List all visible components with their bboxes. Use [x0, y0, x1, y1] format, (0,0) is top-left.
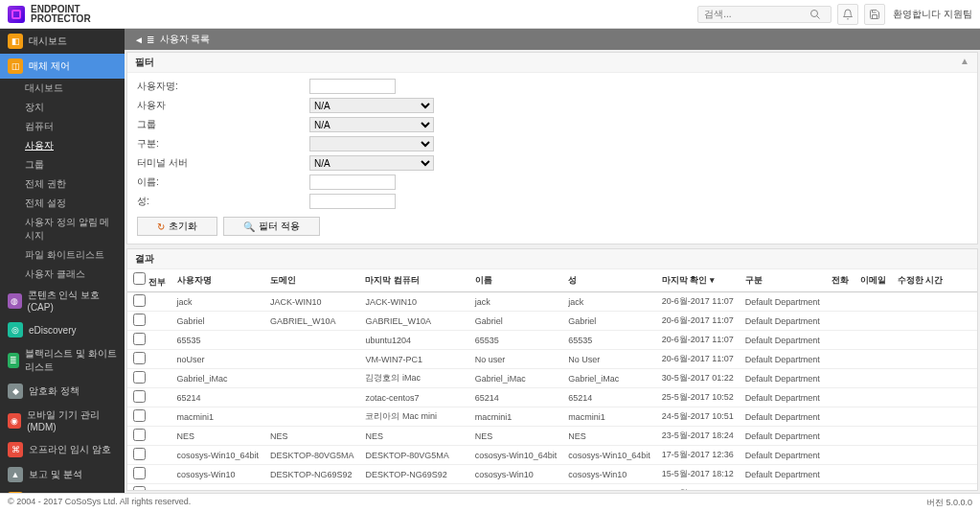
table-row[interactable]: macmini1코리아의 Mac minimacmini1macmini124-… — [127, 407, 977, 427]
row-checkbox[interactable] — [133, 333, 146, 345]
sidebar-sub-1-4[interactable]: 그룹 — [0, 155, 125, 175]
cell-phone — [826, 369, 855, 388]
row-checkbox[interactable] — [133, 294, 146, 307]
filter-label-2: 그룹 — [137, 118, 309, 131]
table-row[interactable]: GabrielGABRIEL_W10AGABRIEL_W10AGabrielGa… — [127, 312, 977, 331]
row-checkbox[interactable] — [133, 314, 146, 326]
row-checkbox[interactable] — [133, 429, 146, 441]
row-checkbox[interactable] — [133, 390, 146, 403]
bell-icon[interactable] — [837, 4, 858, 25]
row-checkbox[interactable] — [133, 352, 146, 364]
sidebar-sub-1-3[interactable]: 사용자 — [0, 136, 125, 155]
sidebar-item-6[interactable]: ◉모바일 기기 관리(MDM) — [0, 404, 125, 437]
cell-phone — [826, 407, 855, 427]
cell-lastseen: 20-6월-2017 11:07 — [656, 292, 740, 312]
sidebar: ◧대시보드◫매체 제어대시보드장치컴퓨터사용자그룹전체 권한전체 설정사용자 정… — [0, 29, 125, 493]
sidebar-item-5[interactable]: ◆암호화 정책 — [0, 379, 125, 404]
filter-label-0: 사용자명: — [137, 80, 309, 93]
logo-icon — [8, 6, 25, 23]
sidebar-item-2[interactable]: ◍콘텐츠 인식 보호(CAP) — [0, 284, 125, 317]
sidebar-icon: ◎ — [8, 322, 23, 337]
select-all-checkbox[interactable] — [133, 272, 146, 285]
cell-phone — [826, 388, 855, 407]
table-row[interactable]: cososys-Win10DESKTOP-NG69S92DESKTOP-NG69… — [127, 465, 977, 484]
cell-last: 65535 — [562, 331, 656, 350]
filter-input-5[interactable] — [309, 175, 396, 190]
sidebar-item-4[interactable]: ≣블랙리스트 및 화이트리스트 — [0, 342, 125, 379]
filter-select-1[interactable]: N/A — [309, 98, 434, 113]
cell-first: 65535 — [469, 331, 563, 350]
table-row[interactable]: useradminVM-WIN7-PC1VM-WIN7-PC1useradmin… — [127, 484, 977, 491]
table-row[interactable]: NESNESNESNESNES23-5월-2017 18:24Default D… — [127, 427, 977, 446]
row-checkbox[interactable] — [133, 448, 146, 460]
cell-last: jack — [562, 292, 656, 312]
col-header-0[interactable]: 전부 — [127, 269, 171, 292]
reset-button[interactable]: ↻초기화 — [137, 217, 217, 236]
sidebar-item-0[interactable]: ◧대시보드 — [0, 29, 125, 54]
col-header-9[interactable]: 이메일 — [855, 269, 892, 292]
table-row[interactable]: 65535ubuntu1204655356553520-6월-2017 11:0… — [127, 331, 977, 350]
sidebar-item-7[interactable]: ⌘오프라인 임시 암호 — [0, 437, 125, 462]
row-checkbox[interactable] — [133, 467, 146, 479]
brand-line2: PROTECTOR — [31, 14, 91, 24]
filter-select-2[interactable]: N/A — [309, 117, 434, 132]
sidebar-item-8[interactable]: ▲보고 및 분석 — [0, 462, 125, 487]
sidebar-sub-1-8[interactable]: 파일 화이트리스트 — [0, 245, 125, 265]
cell-dept: Default Department — [740, 446, 826, 465]
sidebar-sub-1-9[interactable]: 사용자 클래스 — [0, 265, 125, 284]
search-icon[interactable] — [809, 9, 821, 20]
apply-button[interactable]: 🔍필터 적용 — [223, 217, 320, 236]
cell-first: Gabriel_iMac — [469, 369, 563, 388]
table-row[interactable]: noUserVM-WIN7-PC1No userNo User20-6월-201… — [127, 350, 977, 369]
col-header-1[interactable]: 사용자명 — [171, 269, 265, 292]
search-box[interactable] — [697, 6, 832, 23]
save-icon[interactable] — [864, 4, 885, 25]
filter-select-4[interactable]: N/A — [309, 155, 434, 171]
sidebar-sub-1-6[interactable]: 전체 설정 — [0, 194, 125, 213]
row-checkbox[interactable] — [133, 486, 146, 490]
table-row[interactable]: Gabriel_iMac김경호의 iMacGabriel_iMacGabriel… — [127, 369, 977, 388]
collapse-icon[interactable]: ▲ — [960, 56, 969, 69]
sidebar-item-3[interactable]: ◎eDiscovery — [0, 317, 125, 342]
row-checkbox[interactable] — [133, 409, 146, 422]
cell-phone — [826, 465, 855, 484]
filter-panel-header[interactable]: 필터 ▲ — [127, 53, 977, 73]
cell-username: Gabriel_iMac — [171, 369, 265, 388]
cell-computer: 코리아의 Mac mini — [359, 407, 468, 427]
filter-input-6[interactable] — [309, 194, 396, 209]
cell-lastseen: 30-5월-2017 01:22 — [656, 369, 740, 388]
col-header-10[interactable]: 수정한 시간 — [892, 269, 977, 292]
table-row[interactable]: 65214zotac-centos7652146521425-5월-2017 1… — [127, 388, 977, 407]
row-checkbox[interactable] — [133, 371, 146, 384]
col-header-7[interactable]: 구분 — [740, 269, 826, 292]
filter-input-0[interactable] — [309, 79, 396, 94]
sidebar-sub-1-2[interactable]: 컴퓨터 — [0, 117, 125, 136]
cell-username: macmini1 — [171, 407, 265, 427]
sidebar-label: 보고 및 분석 — [29, 468, 82, 481]
cell-last: No User — [562, 350, 656, 369]
col-header-2[interactable]: 도메인 — [264, 269, 359, 292]
sidebar-label: 모바일 기기 관리(MDM) — [27, 408, 117, 432]
sidebar-sub-1-5[interactable]: 전체 권한 — [0, 175, 125, 194]
cell-last: useradmin — [562, 484, 656, 491]
cell-phone — [826, 427, 855, 446]
col-header-6[interactable]: 마지막 확인 ▾ — [656, 269, 740, 292]
col-header-8[interactable]: 전화 — [826, 269, 855, 292]
col-header-5[interactable]: 성 — [562, 269, 656, 292]
cell-first: NES — [469, 427, 563, 446]
cell-modtime — [892, 350, 977, 369]
cell-dept: Default Department — [740, 292, 826, 312]
col-header-4[interactable]: 이름 — [469, 269, 563, 292]
search-input[interactable] — [704, 9, 809, 19]
page-title-bar: ◄ ≣ 사용자 목록 — [125, 29, 980, 50]
cell-domain — [264, 388, 359, 407]
sidebar-item-1[interactable]: ◫매체 제어 — [0, 54, 125, 79]
col-header-3[interactable]: 마지막 컴퓨터 — [359, 269, 468, 292]
sidebar-sub-1-0[interactable]: 대시보드 — [0, 79, 125, 98]
table-row[interactable]: cososys-Win10_64bitDESKTOP-80VG5MADESKTO… — [127, 446, 977, 465]
sidebar-sub-1-1[interactable]: 장치 — [0, 98, 125, 117]
cell-last: cososys-Win10_64bit — [562, 446, 656, 465]
table-row[interactable]: jackJACK-WIN10JACK-WIN10jackjack20-6월-20… — [127, 292, 977, 312]
filter-select-3[interactable] — [309, 136, 434, 151]
sidebar-sub-1-7[interactable]: 사용자 정의 알림 메시지 — [0, 213, 125, 245]
